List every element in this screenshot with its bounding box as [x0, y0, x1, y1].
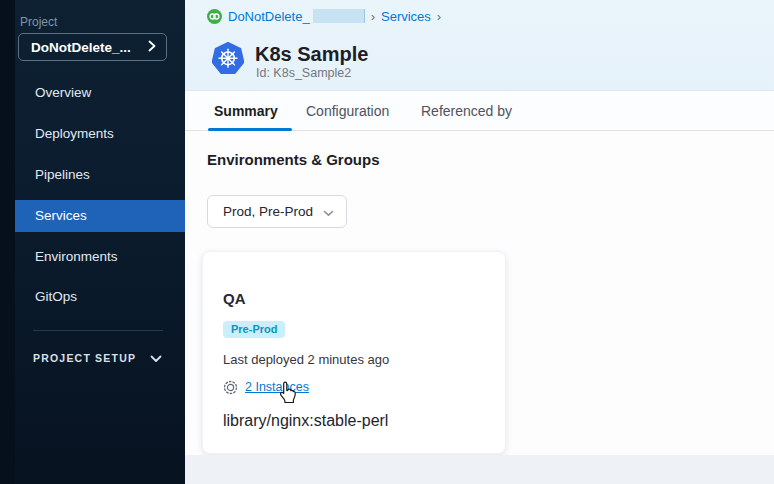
sidebar-item-overview[interactable]: Overview: [15, 77, 185, 109]
environments-groups-heading: Environments & Groups: [207, 151, 380, 168]
breadcrumb: DoNotDelete_ › Services ›: [207, 7, 441, 25]
environment-card-qa: QA Pre-Prod Last deployed 2 minutes ago …: [202, 251, 506, 454]
page-bottom-strip: [185, 455, 774, 484]
tab-summary[interactable]: Summary: [214, 91, 278, 131]
instances-icon: [223, 380, 238, 395]
environment-name: QA: [223, 290, 246, 307]
last-deployed-text: Last deployed 2 minutes ago: [223, 352, 389, 367]
sidebar-item-services[interactable]: Services: [15, 200, 185, 232]
tab-bar: Summary Configuration Referenced by: [185, 90, 774, 131]
sidebar: Project DoNotDelete_... Overview Deploym…: [0, 0, 185, 484]
tab-summary-label: Summary: [214, 103, 278, 119]
page-header: DoNotDelete_ › Services ›: [185, 0, 774, 90]
selected-text-highlight: [313, 9, 365, 23]
sidebar-divider: [33, 330, 163, 331]
chevron-down-icon: [323, 203, 334, 221]
page-title: K8s Sample: [255, 43, 368, 66]
project-setup-toggle[interactable]: PROJECT SETUP: [33, 345, 168, 371]
breadcrumb-separator: ›: [371, 9, 375, 24]
sidebar-item-pipelines[interactable]: Pipelines: [15, 159, 185, 191]
chevron-right-icon: [148, 38, 156, 56]
page-id: Id: K8s_Sample2: [256, 66, 351, 80]
tab-configuration[interactable]: Configuration: [306, 91, 389, 131]
environment-filter-select[interactable]: Prod, Pre-Prod: [207, 195, 347, 228]
project-selector[interactable]: DoNotDelete_...: [18, 33, 167, 61]
sidebar-item-environments[interactable]: Environments: [15, 241, 185, 273]
main-panel: DoNotDelete_ › Services ›: [185, 0, 774, 484]
chevron-down-icon: [136, 349, 162, 367]
project-icon: [207, 9, 222, 24]
tab-referenced-by-label: Referenced by: [421, 103, 512, 119]
breadcrumb-project-link[interactable]: DoNotDelete_: [228, 9, 310, 24]
sidebar-item-gitops[interactable]: GitOps: [15, 281, 185, 313]
breadcrumb-separator: ›: [437, 9, 441, 24]
pointer-cursor: [277, 381, 299, 409]
breadcrumb-services-link[interactable]: Services: [381, 9, 431, 24]
project-label: Project: [20, 15, 57, 29]
tab-configuration-label: Configuration: [306, 103, 389, 119]
summary-content: Environments & Groups Prod, Pre-Prod QA …: [185, 131, 774, 484]
app-window: Project DoNotDelete_... Overview Deploym…: [0, 0, 774, 484]
project-selector-value: DoNotDelete_...: [31, 40, 148, 55]
environment-type-badge: Pre-Prod: [223, 321, 285, 338]
k8s-logo-icon: [212, 42, 244, 78]
tab-referenced-by[interactable]: Referenced by: [421, 91, 512, 131]
sidebar-item-deployments[interactable]: Deployments: [15, 118, 185, 150]
environment-filter-value: Prod, Pre-Prod: [223, 204, 323, 219]
project-setup-label: PROJECT SETUP: [33, 352, 136, 364]
artifact-name: library/nginx:stable-perl: [223, 412, 388, 430]
